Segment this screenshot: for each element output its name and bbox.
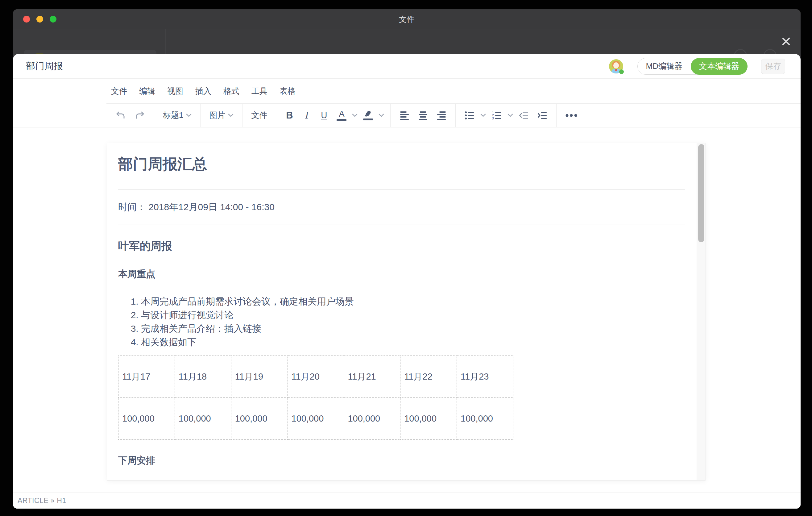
chevron-down-icon [186, 114, 192, 117]
redo-icon [134, 110, 145, 121]
menu-item-2[interactable]: 视图 [167, 86, 183, 96]
text-editor-button[interactable]: 文本编辑器 [691, 58, 748, 75]
font-color-bar [337, 119, 346, 121]
titlebar: 文件 [13, 9, 801, 29]
table-header-cell[interactable]: 11月17 [118, 356, 175, 398]
bullet-list-icon [464, 110, 475, 121]
menu-item-4[interactable]: 格式 [223, 86, 239, 96]
bold-button[interactable]: B [282, 107, 296, 124]
chevron-down-icon [228, 114, 234, 117]
close-icon [781, 36, 791, 47]
redo-button[interactable] [132, 107, 148, 124]
list-item[interactable]: 相关数据如下 [141, 336, 685, 349]
avatar-bow [615, 69, 617, 71]
highlight-color-bar [363, 118, 373, 120]
chevron-down-icon[interactable] [352, 114, 357, 117]
undo-icon [115, 110, 126, 121]
horizontal-rule [118, 224, 685, 224]
doc-section-heading[interactable]: 下周安排 [118, 454, 685, 467]
doc-table: 11月1711月1811月1911月2011月2111月2211月23100,0… [118, 355, 513, 440]
insert-image-dropdown[interactable]: 图片 [207, 107, 236, 124]
table-header-cell[interactable]: 11月20 [288, 356, 344, 398]
screen: 文件 部门周报 [0, 0, 812, 516]
toolbar: 标题1 图片 [13, 104, 801, 127]
list-item[interactable]: 与设计师进行视觉讨论 [141, 308, 685, 322]
editor-mode-toggle: MD编辑器 文本编辑器 [637, 58, 748, 75]
dimmed-overlay [13, 29, 801, 54]
table-value-cell[interactable]: 100,000 [118, 398, 175, 440]
menu-item-6[interactable]: 表格 [280, 86, 295, 96]
indent-button[interactable] [535, 107, 550, 124]
list-item[interactable]: 本周完成产品前期需求讨论会议，确定相关用户场景 [141, 295, 685, 308]
table-row: 100,000100,000100,000100,000100,000100,0… [118, 398, 513, 440]
chevron-down-icon[interactable] [480, 114, 486, 117]
editor-canvas: 部门周报汇总 时间： 2018年12月09日 14:00 - 16:30 叶军的… [13, 127, 801, 492]
font-color-button[interactable]: A [334, 107, 349, 124]
app-window: 文件 部门周报 [13, 9, 801, 509]
menu-bar: 文件编辑视图插入格式工具表格 [13, 79, 801, 104]
outdent-icon [519, 110, 529, 121]
align-left-button[interactable] [397, 107, 412, 124]
horizontal-rule [118, 189, 685, 190]
menu-item-3[interactable]: 插入 [195, 86, 211, 96]
avatar-face [613, 62, 619, 68]
md-editor-button[interactable]: MD编辑器 [638, 58, 691, 75]
align-right-icon [436, 110, 447, 121]
scrollbar-track[interactable] [697, 143, 705, 480]
background-list-item [24, 50, 156, 54]
highlight-color-button[interactable] [361, 107, 375, 124]
table-value-cell[interactable]: 100,000 [344, 398, 401, 440]
table-header-cell[interactable]: 11月19 [231, 356, 288, 398]
chevron-down-icon[interactable] [379, 114, 384, 117]
background-circle [763, 49, 777, 54]
align-right-button[interactable] [434, 107, 449, 124]
table-value-cell[interactable]: 100,000 [288, 398, 344, 440]
align-center-button[interactable] [415, 107, 431, 124]
doc-time-line[interactable]: 时间： 2018年12月09日 14:00 - 16:30 [118, 201, 685, 213]
scrollbar-thumb[interactable] [698, 144, 704, 242]
heading-format-label: 标题1 [163, 110, 183, 121]
menu-item-5[interactable]: 工具 [252, 86, 267, 96]
table-value-cell[interactable]: 100,000 [231, 398, 288, 440]
table-header-cell[interactable]: 11月23 [457, 356, 513, 398]
svg-text:3: 3 [492, 117, 494, 120]
numbered-list-button[interactable]: 123 [489, 107, 504, 124]
more-icon [565, 114, 578, 117]
background-circle [734, 49, 747, 54]
editor-modal: 部门周报 MD编辑器 文本编辑器 [13, 54, 801, 509]
chevron-down-icon[interactable] [508, 114, 513, 117]
close-modal-button[interactable] [778, 34, 794, 49]
doc-heading-2[interactable]: 叶军的周报 [118, 239, 685, 253]
table-header-cell[interactable]: 11月22 [401, 356, 457, 398]
heading-format-dropdown[interactable]: 标题1 [161, 107, 194, 124]
numbered-list-icon: 123 [491, 110, 502, 121]
align-center-icon [418, 110, 428, 121]
save-button[interactable]: 保存 [761, 59, 785, 74]
align-left-icon [399, 110, 410, 121]
table-header-cell[interactable]: 11月18 [175, 356, 231, 398]
insert-file-label: 文件 [251, 110, 267, 121]
list-item[interactable]: 完成相关产品介绍：插入链接 [141, 322, 685, 336]
italic-button[interactable]: I [299, 107, 314, 124]
doc-heading-1[interactable]: 部门周报汇总 [118, 155, 685, 173]
more-tools-button[interactable] [563, 107, 580, 124]
table-header-cell[interactable]: 11月21 [344, 356, 401, 398]
table-value-cell[interactable]: 100,000 [401, 398, 457, 440]
menu-item-1[interactable]: 编辑 [139, 86, 155, 96]
user-avatar[interactable] [609, 59, 623, 74]
bullet-list-button[interactable] [462, 107, 477, 124]
online-status-dot [619, 69, 624, 74]
header-actions: MD编辑器 文本编辑器 保存 [609, 58, 785, 75]
doc-ordered-list[interactable]: 本周完成产品前期需求讨论会议，确定相关用户场景与设计师进行视觉讨论完成相关产品介… [118, 295, 685, 349]
modal-header: 部门周报 MD编辑器 文本编辑器 [13, 54, 801, 79]
table-value-cell[interactable]: 100,000 [175, 398, 231, 440]
table-value-cell[interactable]: 100,000 [457, 398, 513, 440]
doc-section-heading[interactable]: 本周重点 [118, 267, 685, 281]
menu-item-0[interactable]: 文件 [111, 86, 127, 96]
undo-button[interactable] [113, 107, 129, 124]
underline-button[interactable]: U [317, 107, 331, 124]
outdent-button[interactable] [516, 107, 531, 124]
status-bar: ARTICLE » H1 [13, 492, 801, 509]
insert-file-button[interactable]: 文件 [249, 107, 270, 124]
document-content[interactable]: 部门周报汇总 时间： 2018年12月09日 14:00 - 16:30 叶军的… [107, 143, 696, 480]
